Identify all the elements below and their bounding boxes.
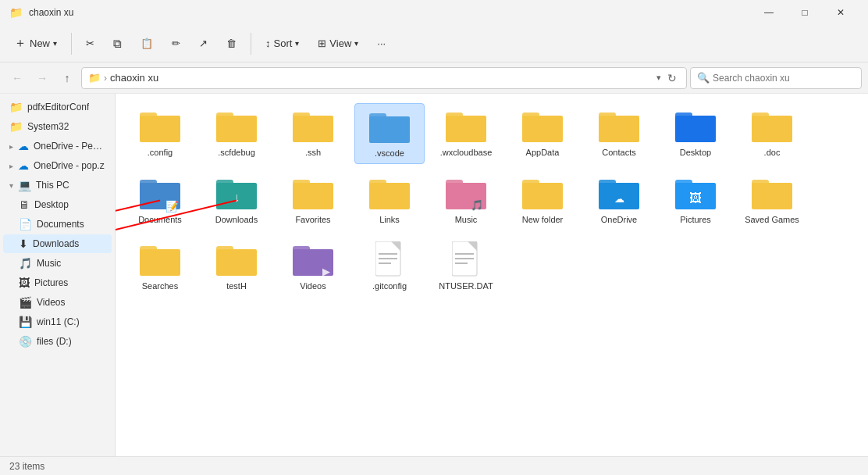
file-label-wxcloudbase: .wxcloudbase: [440, 147, 493, 158]
svg-rect-36: [293, 184, 333, 209]
file-area[interactable]: .config .scfdebug .ssh .vscode .wxcloudb…: [116, 94, 868, 456]
window-controls: — □ ✕: [751, 0, 859, 25]
address-box[interactable]: 📁 › chaoxin xu ▾ ↻: [81, 67, 687, 89]
file-item-savedgames[interactable]: Saved Games: [737, 170, 807, 230]
sidebar-icon-music: 🎵: [19, 257, 32, 270]
sidebar-item-downloads[interactable]: ⬇Downloads: [3, 234, 112, 253]
sidebar-item-pdfedit[interactable]: 📁pdfxEditorConf: [3, 98, 112, 116]
up-button[interactable]: ↑: [56, 67, 78, 89]
toolbar-separator-2: [251, 33, 251, 55]
file-item-searches[interactable]: Searches: [125, 237, 195, 296]
forward-button[interactable]: →: [31, 67, 53, 89]
sidebar-item-thispc[interactable]: ▾💻This PC: [3, 176, 112, 195]
svg-rect-2: [141, 116, 180, 141]
file-label-music2: Music: [455, 214, 478, 225]
sidebar-item-winc[interactable]: 💾win11 (C:): [3, 312, 112, 331]
file-item-ssh[interactable]: .ssh: [278, 103, 348, 164]
file-item-videos2[interactable]: ▶Videos: [278, 237, 348, 296]
file-item-wxcloudbase[interactable]: .wxcloudbase: [431, 103, 501, 164]
item-count: 23 items: [9, 461, 44, 472]
file-icon-onedrive3: ☁: [599, 175, 639, 212]
file-icon-scfdebug: [216, 108, 257, 145]
file-item-config[interactable]: .config: [125, 103, 195, 164]
search-input[interactable]: [713, 73, 855, 84]
file-item-music2[interactable]: 🎵Music: [431, 170, 501, 230]
file-item-vscode[interactable]: .vscode: [354, 103, 425, 164]
file-label-config: .config: [148, 147, 173, 158]
svg-text:↓: ↓: [233, 191, 240, 204]
sort-button[interactable]: ↕ Sort ▾: [258, 33, 307, 54]
file-item-favorites[interactable]: Favorites: [278, 170, 348, 230]
app-title: chaoxin xu: [29, 7, 745, 18]
expand-icon-onedrive1: ▸: [9, 142, 13, 151]
maximize-button[interactable]: □: [787, 0, 823, 25]
file-label-pictures2: Pictures: [680, 214, 711, 225]
new-button[interactable]: ＋ New ▾: [6, 30, 65, 56]
file-item-doc2[interactable]: .doc: [737, 103, 807, 164]
svg-rect-17: [523, 116, 562, 141]
close-button[interactable]: ✕: [823, 0, 859, 25]
file-label-vscode: .vscode: [375, 148, 404, 159]
sidebar-label-music: Music: [37, 258, 61, 269]
search-icon: 🔍: [697, 72, 710, 84]
svg-text:☁: ☁: [614, 193, 624, 205]
back-button[interactable]: ←: [6, 67, 28, 89]
sidebar-item-music[interactable]: 🎵Music: [3, 254, 112, 273]
view-label: View: [329, 38, 351, 49]
file-item-appdata[interactable]: AppData: [507, 103, 578, 164]
more-button[interactable]: ···: [369, 33, 393, 54]
file-item-onedrive3[interactable]: ☁ OneDrive: [584, 170, 654, 230]
view-button[interactable]: ⊞ View ▾: [310, 33, 366, 54]
minimize-button[interactable]: —: [751, 0, 787, 25]
svg-rect-11: [370, 117, 409, 142]
file-icon-searches: [140, 241, 180, 279]
file-item-gitconfig[interactable]: .gitconfig: [354, 237, 425, 296]
share-icon: ↗: [199, 38, 208, 49]
paste-button[interactable]: 📋: [133, 33, 161, 54]
file-icon-gitconfig: [369, 241, 410, 279]
sidebar-item-system32[interactable]: 📁System32: [3, 117, 112, 136]
sidebar-item-onedrive1[interactable]: ▸☁OneDrive - Perso: [3, 137, 112, 155]
file-item-downloads2[interactable]: ↓ Downloads: [201, 170, 272, 230]
file-item-documents2[interactable]: 📝Documents: [125, 170, 195, 230]
file-item-desktop2[interactable]: Desktop: [660, 103, 731, 164]
file-item-pictures2[interactable]: 🖼 Pictures: [660, 170, 731, 230]
file-label-ntuserdat: NTUSER.DAT: [439, 280, 493, 291]
file-icon-vscode: [369, 109, 410, 146]
sidebar-label-thispc: This PC: [36, 180, 69, 191]
file-label-desktop2: Desktop: [680, 147, 711, 158]
file-icon-downloads2: ↓: [216, 175, 257, 212]
expand-icon-onedrive2: ▸: [9, 162, 13, 170]
rename-icon: ✏: [172, 38, 180, 49]
sidebar-icon-videos: 🎬: [19, 296, 32, 309]
file-item-scfdebug[interactable]: .scfdebug: [201, 103, 272, 164]
file-item-newfolder[interactable]: New folder: [507, 170, 578, 230]
cut-button[interactable]: ✂: [78, 33, 102, 54]
sidebar-label-onedrive1: OneDrive - Perso: [34, 141, 105, 152]
sidebar-item-desktop[interactable]: 🖥Desktop: [3, 195, 112, 214]
rename-button[interactable]: ✏: [164, 33, 188, 54]
file-label-searches: Searches: [142, 280, 178, 291]
file-item-links[interactable]: Links: [354, 170, 425, 230]
copy-button[interactable]: ⧉: [105, 32, 130, 55]
cut-icon: ✂: [86, 38, 94, 49]
search-box[interactable]: 🔍: [690, 67, 862, 89]
sidebar-item-pictures[interactable]: 🖼Pictures: [3, 273, 112, 292]
sidebar-label-downloads: Downloads: [33, 238, 79, 249]
svg-rect-23: [676, 116, 715, 141]
file-icon-ssh: [293, 108, 333, 145]
sidebar-item-filesd[interactable]: 💿files (D:): [3, 332, 112, 351]
sidebar-item-documents[interactable]: 📄Documents: [3, 215, 112, 234]
file-item-testh[interactable]: testH: [201, 237, 272, 296]
sidebar-item-videos[interactable]: 🎬Videos: [3, 293, 112, 312]
file-item-ntuserdat[interactable]: NTUSER.DAT: [431, 237, 501, 296]
file-item-contacts[interactable]: Contacts: [584, 103, 654, 164]
svg-rect-26: [752, 116, 792, 141]
sidebar-item-onedrive2[interactable]: ▸☁OneDrive - pop.z: [3, 156, 112, 175]
file-label-savedgames: Saved Games: [745, 214, 799, 225]
file-icon-contacts: [599, 108, 639, 145]
share-button[interactable]: ↗: [191, 33, 215, 54]
refresh-button[interactable]: ↻: [664, 72, 680, 84]
delete-button[interactable]: 🗑: [219, 33, 244, 54]
file-icon-documents2: 📝: [140, 175, 180, 212]
